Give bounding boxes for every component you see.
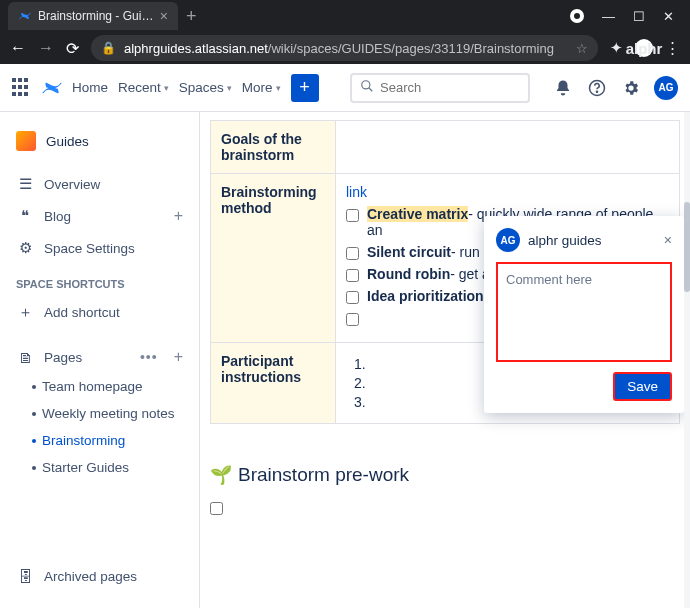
svg-point-3 [596, 91, 597, 92]
section-prework-title: Brainstorm pre-work [238, 464, 409, 486]
settings-icon[interactable] [620, 77, 642, 99]
sidebar-space-settings[interactable]: ⚙Space Settings [8, 232, 191, 264]
back-icon[interactable]: ← [10, 39, 26, 57]
comment-popup: AG alphr guides × Comment here Save [484, 216, 684, 413]
seedling-icon: 🌱 [210, 464, 232, 486]
overview-icon: ☰ [16, 175, 34, 193]
prework-checkbox[interactable] [210, 502, 223, 515]
maximize-icon[interactable]: ☐ [633, 9, 645, 24]
add-blog-icon[interactable]: + [174, 207, 183, 225]
tab-title: Brainstorming - Guides - Conflu [38, 9, 154, 23]
tree-team-homepage[interactable]: Team homepage [8, 373, 191, 400]
space-link[interactable]: Guides [8, 124, 191, 158]
search-box[interactable] [350, 73, 530, 103]
method-title-3: Idea prioritization [367, 288, 484, 304]
method-checkbox-2[interactable] [346, 269, 359, 282]
forward-icon[interactable]: → [38, 39, 54, 57]
archive-icon: 🗄 [16, 568, 34, 585]
chevron-down-icon: ▾ [276, 83, 281, 93]
lock-icon: 🔒 [101, 41, 116, 55]
space-icon [16, 131, 36, 151]
archived-pages[interactable]: 🗄Archived pages [8, 561, 191, 592]
chevron-down-icon: ▾ [164, 83, 169, 93]
browser-chrome: Brainstorming - Guides - Conflu × + — ☐ … [0, 0, 690, 64]
profile-badge[interactable]: alphr [635, 39, 653, 57]
account-icon[interactable] [570, 9, 584, 23]
user-avatar[interactable]: AG [654, 76, 678, 100]
method-title-0: Creative matrix [367, 206, 468, 222]
app-switcher-icon[interactable] [12, 78, 32, 98]
add-shortcut[interactable]: ＋Add shortcut [8, 296, 191, 329]
nav-spaces[interactable]: Spaces▾ [179, 80, 232, 95]
row-method-label: Brainstorming method [211, 174, 336, 343]
window-controls: — ☐ ✕ [570, 9, 682, 24]
tree-weekly-notes[interactable]: Weekly meeting notes [8, 400, 191, 427]
method-checkbox-3[interactable] [346, 291, 359, 304]
star-icon[interactable]: ☆ [576, 41, 588, 56]
sidebar-pages[interactable]: 🗎Pages•••+ [8, 341, 191, 373]
row-goals-value[interactable] [336, 121, 680, 174]
extensions-icon[interactable]: ✦ [610, 39, 623, 57]
page-content: Goals of the brainstorm Brainstorming me… [200, 112, 690, 608]
new-tab-button[interactable]: + [186, 6, 197, 27]
scrollbar-thumb[interactable] [684, 202, 690, 292]
browser-tab[interactable]: Brainstorming - Guides - Conflu × [8, 2, 178, 30]
popup-close-icon[interactable]: × [664, 232, 672, 248]
chevron-down-icon: ▾ [227, 83, 232, 93]
row-instructions-label: Participant instructions [211, 343, 336, 424]
search-input[interactable] [380, 80, 520, 95]
app-header: Home Recent▾ Spaces▾ More▾ + AG [0, 64, 690, 112]
row-goals-label: Goals of the brainstorm [211, 121, 336, 174]
close-window-icon[interactable]: ✕ [663, 9, 674, 24]
menu-icon[interactable]: ⋮ [665, 39, 680, 57]
comment-textarea[interactable]: Comment here [496, 262, 672, 362]
method-title-2: Round robin [367, 266, 450, 282]
confluence-logo-icon[interactable] [42, 78, 62, 98]
method-link[interactable]: link [346, 184, 367, 200]
svg-point-0 [362, 80, 370, 88]
sidebar-overview[interactable]: ☰Overview [8, 168, 191, 200]
nav-more[interactable]: More▾ [242, 80, 281, 95]
url-input[interactable]: 🔒 alphrguides.atlassian.net/wiki/spaces/… [91, 35, 598, 61]
method-title-1: Silent circuit [367, 244, 451, 260]
scrollbar-track [684, 112, 690, 608]
nav-home[interactable]: Home [72, 80, 108, 95]
page-icon: 🗎 [16, 349, 34, 366]
save-button[interactable]: Save [613, 372, 672, 401]
popup-avatar: AG [496, 228, 520, 252]
sidebar: Guides ☰Overview ❝Blog+ ⚙Space Settings … [0, 112, 200, 608]
pages-more-icon[interactable]: ••• [140, 349, 158, 365]
create-button[interactable]: + [291, 74, 319, 102]
plus-icon: ＋ [16, 303, 34, 322]
reload-icon[interactable]: ⟳ [66, 39, 79, 58]
nav-recent[interactable]: Recent▾ [118, 80, 169, 95]
minimize-icon[interactable]: — [602, 9, 615, 24]
svg-line-1 [369, 87, 373, 91]
search-icon [360, 79, 374, 97]
method-checkbox-0[interactable] [346, 209, 359, 222]
notifications-icon[interactable] [552, 77, 574, 99]
address-bar: ← → ⟳ 🔒 alphrguides.atlassian.net/wiki/s… [0, 32, 690, 64]
space-name: Guides [46, 134, 89, 149]
help-icon[interactable] [586, 77, 608, 99]
add-page-icon[interactable]: + [174, 348, 183, 366]
url-text: alphrguides.atlassian.net/wiki/spaces/GU… [124, 41, 554, 56]
tab-bar: Brainstorming - Guides - Conflu × + — ☐ … [0, 0, 690, 32]
confluence-favicon-icon [18, 9, 32, 23]
blog-icon: ❝ [16, 207, 34, 225]
tree-starter-guides[interactable]: Starter Guides [8, 454, 191, 481]
tab-close-icon[interactable]: × [160, 8, 168, 24]
section-prework: 🌱 Brainstorm pre-work [210, 464, 680, 486]
method-checkbox-4[interactable] [346, 313, 359, 326]
tree-brainstorming[interactable]: Brainstorming [8, 427, 191, 454]
sidebar-blog[interactable]: ❝Blog+ [8, 200, 191, 232]
popup-username: alphr guides [528, 233, 602, 248]
method-checkbox-1[interactable] [346, 247, 359, 260]
gear-icon: ⚙ [16, 239, 34, 257]
shortcuts-heading: SPACE SHORTCUTS [8, 264, 191, 296]
